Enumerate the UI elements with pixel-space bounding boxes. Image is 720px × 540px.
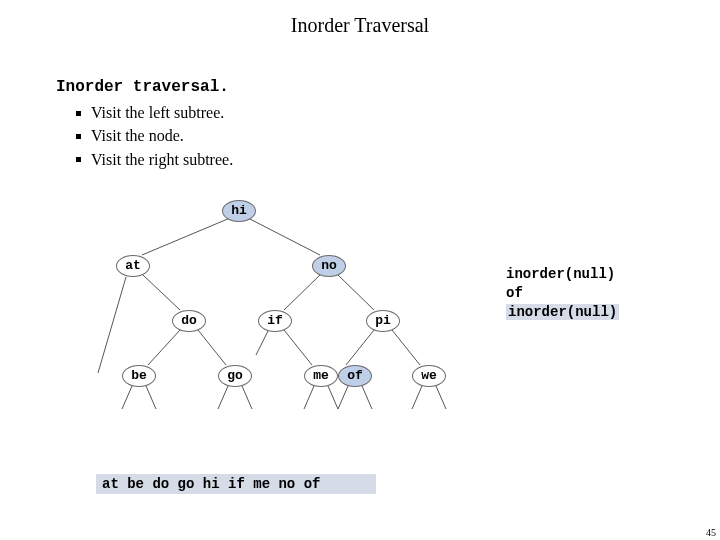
svg-line-19 xyxy=(362,386,372,409)
svg-line-14 xyxy=(218,386,228,409)
svg-line-10 xyxy=(346,330,374,365)
tree-node-we: we xyxy=(412,365,446,387)
slide-title: Inorder Traversal xyxy=(0,0,720,37)
svg-line-9 xyxy=(284,330,312,365)
svg-line-7 xyxy=(198,330,226,365)
tree-node-hi: hi xyxy=(222,200,256,222)
slide: Inorder Traversal Inorder traversal. Vis… xyxy=(0,0,720,540)
side-code-highlight: inorder(null) xyxy=(506,304,619,320)
svg-line-5 xyxy=(338,275,374,310)
svg-line-4 xyxy=(284,275,320,310)
bullet-item: Visit the left subtree. xyxy=(76,101,233,124)
svg-line-1 xyxy=(248,218,320,255)
svg-line-12 xyxy=(122,386,132,409)
svg-line-15 xyxy=(242,386,252,409)
svg-line-18 xyxy=(338,386,348,409)
tree-node-at: at xyxy=(116,255,150,277)
bullet-list: Visit the left subtree. Visit the node. … xyxy=(56,101,233,171)
bullet-item: Visit the node. xyxy=(76,124,233,147)
tree-node-be: be xyxy=(122,365,156,387)
side-code-line: inorder(null) xyxy=(506,265,619,284)
content-block: Inorder traversal. Visit the left subtre… xyxy=(56,76,233,171)
tree-node-do: do xyxy=(172,310,206,332)
tree-node-no: no xyxy=(312,255,346,277)
page-number: 45 xyxy=(706,527,716,538)
section-heading: Inorder traversal. xyxy=(56,76,233,99)
svg-line-0 xyxy=(142,218,230,255)
tree-node-go: go xyxy=(218,365,252,387)
tree-node-of: of xyxy=(338,365,372,387)
svg-line-13 xyxy=(146,386,156,409)
bullet-item: Visit the right subtree. xyxy=(76,148,233,171)
svg-line-2 xyxy=(98,277,126,373)
svg-line-17 xyxy=(328,386,338,409)
side-code-line: of xyxy=(506,284,619,303)
svg-line-8 xyxy=(256,331,268,355)
svg-line-11 xyxy=(392,330,420,365)
tree-diagram: hi at no do if pi be go me of we xyxy=(56,195,476,455)
svg-line-21 xyxy=(436,386,446,409)
svg-line-16 xyxy=(304,386,314,409)
output-sequence: at be do go hi if me no of xyxy=(96,474,376,494)
tree-node-pi: pi xyxy=(366,310,400,332)
svg-line-3 xyxy=(143,275,180,310)
tree-node-if: if xyxy=(258,310,292,332)
svg-line-20 xyxy=(412,386,422,409)
side-code: inorder(null) of inorder(null) xyxy=(506,265,619,322)
side-code-line: inorder(null) xyxy=(506,303,619,322)
svg-line-6 xyxy=(148,330,180,365)
tree-node-me: me xyxy=(304,365,338,387)
